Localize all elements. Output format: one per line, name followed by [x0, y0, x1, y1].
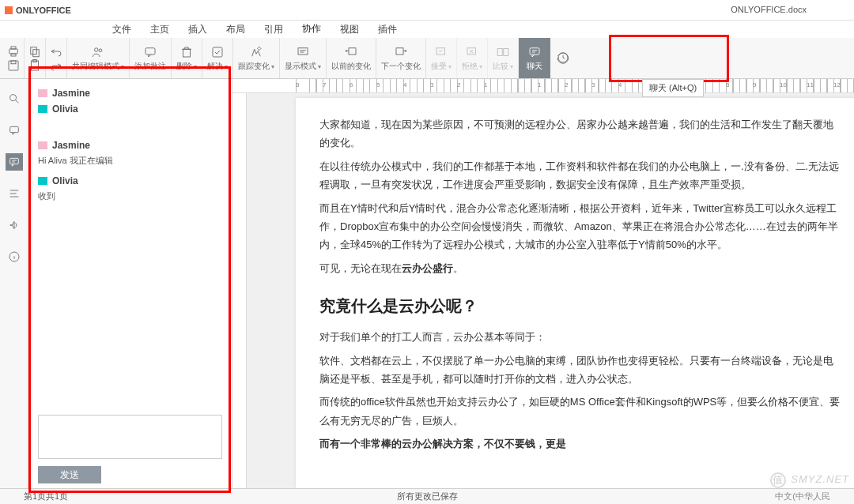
- ribbon-coedit[interactable]: 共同编辑模式: [67, 38, 130, 78]
- user-color-swatch: [38, 105, 47, 113]
- save-icon[interactable]: [6, 59, 21, 72]
- paragraph[interactable]: 对于我们单个的打工人而言，云办公基本等同于：: [319, 328, 841, 346]
- chat-user-row[interactable]: Olivia: [38, 101, 222, 117]
- paragraph[interactable]: 软件、文档都在云上，不仅摆脱了单一办公电脑的束缚，团队协作也变得更轻松。只要有一…: [319, 352, 841, 389]
- menu-layout[interactable]: 布局: [217, 21, 255, 39]
- chat-input[interactable]: [38, 415, 222, 459]
- status-language[interactable]: 中文(中华人民: [775, 491, 830, 502]
- svg-rect-16: [396, 47, 403, 54]
- svg-rect-0: [9, 49, 18, 54]
- main-area: Jasmine Olivia Jasmine Hi Aliva 我正在编辑 Ol…: [0, 79, 854, 490]
- ribbon-quick-print: [3, 38, 25, 78]
- print-icon[interactable]: [6, 45, 21, 58]
- ribbon-chat[interactable]: 聊天: [519, 38, 550, 78]
- ribbon-prev-change[interactable]: 以前的变化: [327, 38, 376, 78]
- user-color-swatch: [38, 177, 47, 185]
- trash-icon: [179, 45, 195, 59]
- paragraph[interactable]: 可见，无论在现在云办公盛行。: [319, 259, 841, 277]
- ribbon-resolve[interactable]: 解决: [202, 38, 233, 78]
- svg-rect-20: [504, 48, 508, 55]
- user-name: Jasmine: [52, 140, 90, 151]
- svg-rect-21: [530, 47, 539, 54]
- menu-bar: 文件 主页 插入 布局 引用 协作 视图 插件: [0, 21, 854, 38]
- svg-rect-4: [11, 61, 16, 64]
- svg-point-9: [95, 47, 99, 51]
- compare-icon: [495, 45, 511, 59]
- svg-rect-2: [11, 54, 16, 56]
- menu-collaboration[interactable]: 协作: [293, 20, 331, 39]
- status-save: 所有更改已保存: [397, 491, 458, 502]
- redo-icon[interactable]: [49, 59, 63, 72]
- copy-icon[interactable]: [28, 45, 42, 58]
- rail-headings[interactable]: [6, 185, 23, 202]
- chat-input-area: 发送: [38, 415, 222, 483]
- svg-rect-15: [349, 47, 356, 54]
- svg-rect-13: [213, 47, 222, 57]
- heading[interactable]: 究竟什么是云办公呢？: [319, 291, 841, 320]
- reject-icon: [464, 45, 480, 59]
- send-button[interactable]: 发送: [38, 466, 101, 483]
- chat-icon: [527, 45, 542, 59]
- ribbon-delete-comment[interactable]: 删除: [172, 38, 202, 78]
- accept-icon: [433, 45, 449, 59]
- title-bar: ONLYOFFICE ONLYOFFICE.docx: [0, 0, 854, 21]
- svg-point-23: [9, 95, 16, 101]
- paragraph[interactable]: 大家都知道，现在因为某些原因，不可预测的远程办公、居家办公越来越普遍，我们的生活…: [319, 115, 841, 152]
- users-icon: [90, 45, 106, 59]
- status-bar: 第1页共1页 所有更改已保存 中文(中华人民: [0, 488, 854, 504]
- chat-tooltip: 聊天 (Alt+Q): [642, 79, 704, 97]
- paste-icon[interactable]: [28, 59, 42, 72]
- menu-insert[interactable]: 插入: [179, 21, 217, 39]
- paragraph[interactable]: 而有一个非常棒的云办公解决方案，不仅不要钱，更是: [319, 434, 841, 453]
- ribbon-clipboard: [25, 38, 46, 78]
- menu-home[interactable]: 主页: [141, 21, 179, 39]
- svg-rect-12: [183, 49, 191, 57]
- app-logo: ONLYOFFICE: [5, 6, 71, 15]
- document-filename: ONLYOFFICE.docx: [731, 5, 807, 14]
- svg-rect-5: [31, 47, 37, 54]
- comment-icon: [142, 45, 158, 59]
- ribbon-next-change[interactable]: 下一个变化: [376, 38, 426, 78]
- chat-panel: Jasmine Olivia Jasmine Hi Aliva 我正在编辑 Ol…: [28, 79, 232, 490]
- rail-search[interactable]: [6, 90, 23, 107]
- ribbon-track-changes[interactable]: 跟踪变化: [233, 38, 280, 78]
- ribbon-add-comment[interactable]: 添加批注: [130, 38, 172, 78]
- track-icon: [248, 45, 264, 59]
- display-icon: [295, 45, 311, 59]
- prev-change-icon: [343, 45, 359, 59]
- ribbon-history[interactable]: [550, 38, 576, 78]
- rail-about[interactable]: [6, 248, 23, 265]
- undo-icon[interactable]: [49, 45, 63, 58]
- rail-chat[interactable]: [6, 153, 23, 171]
- rail-feedback[interactable]: [6, 216, 23, 234]
- menu-plugins[interactable]: 插件: [368, 21, 406, 39]
- svg-rect-11: [145, 47, 155, 54]
- ribbon-compare: 比较: [488, 38, 519, 78]
- paragraph[interactable]: 而且在Y情时代和后Y情时代，混合办公常态化逐渐清晰，根据公开资料，近年来，Twi…: [319, 199, 841, 254]
- horizontal-ruler[interactable]: 8765432112345678910111213141516: [232, 79, 854, 93]
- user-name: Olivia: [52, 103, 78, 115]
- user-name: Olivia: [52, 175, 78, 186]
- document-page[interactable]: 大家都知道，现在因为某些原因，不可预测的远程办公、居家办公越来越普遍，我们的生活…: [296, 98, 854, 489]
- status-page[interactable]: 第1页共1页: [24, 491, 68, 502]
- paragraph[interactable]: 在以往传统办公模式中，我们的工作都基于本地，工作资料和软件都在我们的办公电脑上，…: [319, 157, 841, 194]
- vertical-ruler[interactable]: [232, 93, 247, 490]
- paragraph[interactable]: 而传统的office软件虽然也开始支持云办公了，如巨硬的MS Office套件和…: [319, 393, 841, 430]
- ribbon: 共同编辑模式 添加批注 删除 解决 跟踪变化 显示模式 以前的变化 下一个变化 …: [0, 38, 854, 79]
- svg-rect-6: [33, 49, 40, 56]
- next-change-icon: [393, 45, 409, 59]
- menu-view[interactable]: 视图: [331, 21, 368, 39]
- user-color-swatch: [38, 141, 47, 149]
- history-icon: [555, 51, 571, 65]
- svg-point-10: [99, 48, 102, 51]
- menu-references[interactable]: 引用: [255, 21, 293, 39]
- menu-file[interactable]: 文件: [103, 21, 141, 39]
- check-icon: [210, 45, 225, 59]
- svg-rect-3: [9, 61, 18, 70]
- user-name: Jasmine: [52, 88, 90, 99]
- rail-comments[interactable]: [6, 122, 23, 139]
- chat-user-row[interactable]: Jasmine: [38, 85, 222, 101]
- chat-message-text: Hi Aliva 我正在编辑: [38, 153, 222, 173]
- ribbon-display-mode[interactable]: 显示模式: [280, 38, 327, 78]
- chat-message-header: Olivia: [38, 173, 222, 189]
